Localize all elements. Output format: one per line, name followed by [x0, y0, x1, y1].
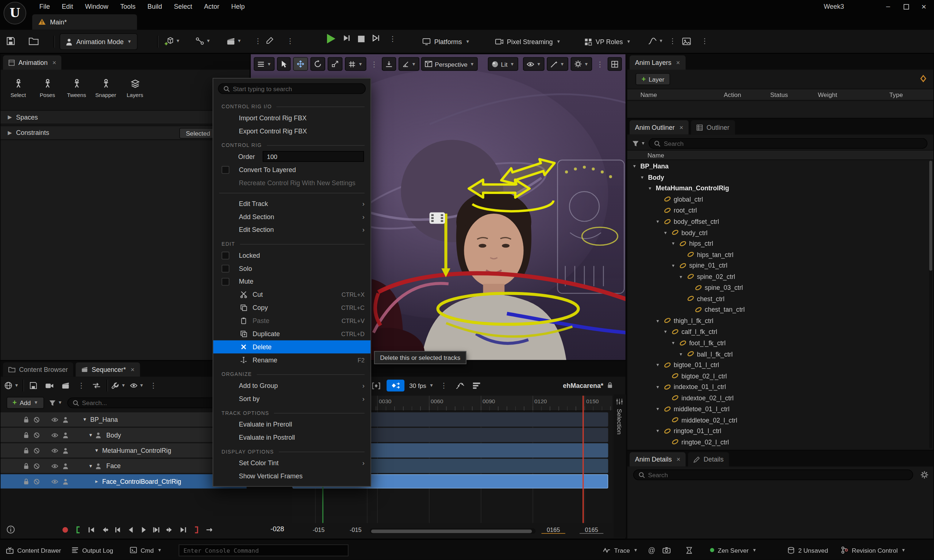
menu-item-sort-by[interactable]: Sort by› [213, 392, 371, 405]
viewport-options-button[interactable]: ▼ [254, 57, 275, 71]
editor-mode-dropdown[interactable]: Animation Mode ▼ [60, 33, 137, 50]
eye-icon[interactable] [51, 432, 59, 438]
viewport-overflow-kebab[interactable]: ⋮ [594, 60, 605, 68]
lock-icon[interactable] [23, 463, 29, 469]
track-expander-icon[interactable]: ▸ [95, 478, 98, 484]
previous-key-button[interactable] [101, 526, 108, 534]
perspective-dropdown[interactable]: Perspective ▼ [421, 57, 478, 71]
lock-icon[interactable] [23, 432, 29, 438]
toolbar-overflow-kebab[interactable]: ⋮ [667, 38, 678, 45]
save-button[interactable] [5, 34, 17, 48]
expander-open-icon[interactable]: ▾ [672, 340, 679, 346]
toolbar-overflow-kebab[interactable]: ⋮ [699, 38, 710, 45]
expander-open-icon[interactable]: ▾ [656, 362, 664, 368]
tab-anim-details[interactable]: Anim Details × [630, 452, 686, 466]
order-input[interactable] [263, 151, 364, 162]
column-header-weight[interactable]: Weight [818, 91, 837, 98]
expander-open-icon[interactable]: ▾ [656, 406, 664, 412]
solo-icon[interactable] [62, 416, 68, 423]
surface-snap-button[interactable] [382, 57, 396, 71]
screenshot-button[interactable] [662, 540, 671, 560]
expander-open-icon[interactable]: ▾ [656, 384, 664, 390]
tree-item-foot-l-fk-ctrl[interactable]: ▾foot_l_fk_ctrl [627, 337, 929, 348]
column-header-name[interactable]: Name [640, 91, 657, 98]
working-range-start[interactable]: -015 [342, 526, 369, 533]
playback-options-button[interactable]: ▼ [112, 378, 125, 393]
source-control-changes-button[interactable]: 2 Unsaved [787, 540, 828, 560]
context-menu-search-input[interactable] [233, 85, 360, 92]
constraints-section[interactable]: ▶ Constraints Selected [1, 125, 250, 140]
minimize-button[interactable]: – [879, 0, 897, 13]
tree-item-body-ctrl[interactable]: ▾body_ctrl [627, 227, 929, 238]
menu-help[interactable]: Help [225, 0, 251, 13]
rotation-snap-button[interactable]: ▼ [398, 57, 420, 71]
tree-item-bp-hana[interactable]: ▾BP_Hana [627, 161, 929, 172]
solo-icon[interactable] [62, 463, 68, 469]
tree-item-indextoe-02-l-ctrl[interactable]: indextoe_02_l_ctrl [627, 392, 929, 403]
menu-item-evaluate-in-postroll[interactable]: Evaluate in Postroll [213, 431, 371, 444]
tree-item-calf-l-fk-ctrl[interactable]: ▾calf_l_fk_ctrl [627, 326, 929, 337]
view-mode-options-button[interactable]: ▼ [547, 57, 568, 71]
tree-item-bigtoe-02-l-ctrl[interactable]: bigtoe_02_l_ctrl [627, 371, 929, 382]
fps-dropdown[interactable]: 30 fps ▼ [409, 378, 434, 393]
curve-editor-button[interactable] [454, 378, 466, 393]
tab-outliner[interactable]: Outliner [691, 120, 735, 135]
jump-to-end-button[interactable] [179, 526, 187, 534]
output-log-button[interactable]: Output Log [71, 540, 113, 560]
tree-item-hips-ctrl[interactable]: ▾hips_ctrl [627, 238, 929, 249]
tree-item-middletoe-01-l-ctrl[interactable]: ▾middletoe_01_l_ctrl [627, 404, 929, 415]
close-icon[interactable]: × [676, 59, 680, 66]
details-settings-button[interactable] [920, 471, 929, 480]
track-sizing-button[interactable] [471, 378, 483, 393]
expander-open-icon[interactable]: ▾ [672, 263, 679, 268]
screenshot-tool-button[interactable] [680, 34, 692, 48]
save-sequence-button[interactable] [28, 378, 40, 393]
loop-end-button[interactable] [192, 526, 200, 534]
track-expander-icon[interactable]: ▾ [95, 447, 98, 453]
menu-item-evaluate-in-preroll[interactable]: Evaluate in Preroll [213, 418, 371, 431]
tab-content-browser[interactable]: Content Browser [3, 362, 73, 377]
track-row-face[interactable]: ▾Face [1, 458, 247, 473]
tree-item-chest-tan-ctrl[interactable]: chest_tan_ctrl [627, 304, 929, 315]
tree-item-body[interactable]: ▾Body [627, 172, 929, 183]
editor-utility-button[interactable] [263, 34, 275, 48]
expander-open-icon[interactable]: ▾ [656, 428, 664, 434]
tree-item-ringtoe-01-l-ctrl[interactable]: ▾ringtoe_01_l_ctrl [627, 425, 929, 436]
unreal-logo[interactable]: U [4, 2, 26, 25]
view-options-button[interactable]: ▼ [130, 378, 144, 393]
render-movie-button[interactable] [60, 378, 72, 393]
background-tasks-button[interactable] [686, 540, 692, 560]
menu-item-edit-section[interactable]: Edit Section› [213, 223, 371, 236]
close-icon[interactable]: × [52, 59, 56, 66]
eye-icon[interactable] [51, 417, 59, 422]
revision-control-dropdown[interactable]: Revision Control ▼ [841, 540, 906, 560]
anim-tool-select[interactable]: Select [4, 72, 32, 104]
tab-anim-layers[interactable]: Anim Layers × [630, 55, 685, 70]
lock-icon[interactable] [607, 382, 613, 389]
details-search-input[interactable] [648, 471, 908, 479]
toolbar-overflow-kebab[interactable]: ⋮ [285, 38, 295, 45]
cinematics-button[interactable]: ▼ [226, 34, 242, 48]
step-forward-button[interactable] [153, 526, 161, 534]
jump-to-front-button[interactable] [88, 526, 95, 534]
close-icon[interactable]: × [131, 366, 135, 373]
expander-open-icon[interactable]: ▾ [664, 229, 672, 235]
anim-tool-snapper[interactable]: Snapper [92, 72, 120, 104]
column-header-status[interactable]: Status [770, 91, 788, 98]
column-header-type[interactable]: Type [889, 91, 903, 98]
menu-tools[interactable]: Tools [114, 0, 142, 13]
anim-tool-poses[interactable]: Poses [33, 72, 61, 104]
anim-tool-tweens[interactable]: Tweens [62, 72, 91, 104]
track-search-input[interactable] [82, 399, 232, 406]
tree-item-spine-02-ctrl[interactable]: ▾spine_02_ctrl [627, 271, 929, 282]
view-range-start[interactable]: -015 [306, 526, 332, 533]
track-row-metahuman-controlrig[interactable]: ▾MetaHuman_ControlRig [1, 443, 247, 458]
selection-side-tab[interactable]: Selection [614, 394, 626, 537]
menu-item-solo[interactable]: Solo [213, 262, 371, 275]
pixel-streaming-dropdown[interactable]: Pixel Streaming ▼ [490, 33, 567, 50]
column-header-action[interactable]: Action [724, 91, 741, 98]
tab-details[interactable]: Details [688, 452, 729, 466]
menu-item-set-color-tint[interactable]: Set Color Tint› [213, 457, 371, 469]
menu-item-delete[interactable]: Delete [213, 340, 371, 354]
locked-checkbox[interactable] [222, 252, 229, 259]
